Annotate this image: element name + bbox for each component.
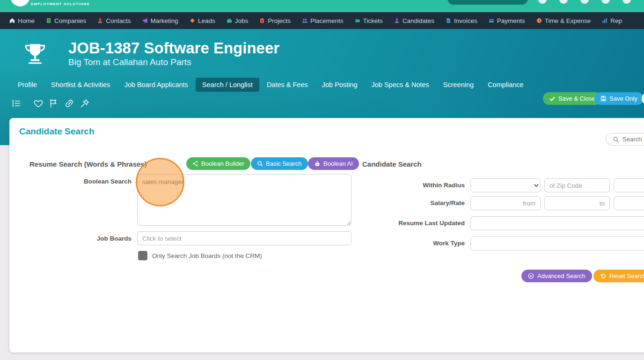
job-tabs: Profile Shortlist & Activities Job Board… [11,78,530,92]
search-person-icon [613,136,619,143]
nav-reports[interactable]: Rep [596,12,628,29]
panel-title: Candidate Search [19,126,95,137]
advanced-search-button[interactable]: Advanced Search [521,270,592,282]
chart-icon [602,18,607,23]
people-icon [302,18,307,23]
global-search-input[interactable] [447,0,528,5]
nav-candidates[interactable]: Candidates [388,12,440,29]
document-icon [446,18,451,23]
tab-job-board-applicants[interactable]: Job Board Applicants [118,78,195,92]
nav-payments[interactable]: Payments [483,12,531,29]
topbar-icons [538,0,631,4]
basic-search-button[interactable]: Basic Search [251,157,308,170]
ticket-icon [355,18,360,23]
nav-invoices[interactable]: Invoices [440,12,483,29]
brand-logo[interactable] [10,0,30,7]
nav-marketing[interactable]: Marketing [137,12,184,29]
salary-extra-input[interactable] [614,196,644,210]
resume-last-updated-input[interactable] [470,216,644,230]
resume-last-updated-label: Resume Last Updated [385,220,465,227]
nav-leads[interactable]: Leads [184,12,221,29]
longlist-icon[interactable] [11,98,22,109]
building-icon [46,18,51,23]
job-boards-label: Job Boards [57,235,132,242]
link-icon[interactable] [64,98,74,109]
credit-card-icon [489,18,494,23]
topbar-icon-5[interactable] [622,0,631,4]
trophy-icon [22,41,48,66]
work-type-label: Work Type [385,240,465,247]
topbar-icon-3[interactable] [580,0,589,4]
only-job-boards-label: Only Search Job Boards (not the CRM) [152,252,262,259]
reset-search-button[interactable]: Reset Search [593,270,644,282]
boolean-search-textarea[interactable]: sales manager [137,174,351,226]
clock-icon [536,18,542,23]
save-disk-icon [600,96,607,102]
search-results-button[interactable]: Search Re [606,133,644,146]
flag-icon[interactable] [49,98,59,109]
nav-companies[interactable]: Companies [40,12,92,29]
boolean-search-label: Boolean Search [57,178,132,185]
topbar: EMPLOYMENT SOLUTIONS [0,0,644,12]
home-icon [9,18,15,23]
tab-job-posting[interactable]: Job Posting [315,78,364,92]
save-only-button[interactable]: Save Only [594,92,644,105]
salary-from-input[interactable] [470,196,541,210]
tab-screening[interactable]: Screening [437,78,480,92]
tab-dates-fees[interactable]: Dates & Fees [260,78,315,92]
job-boards-input[interactable] [137,231,351,245]
page-subtitle: Big Tom at Callahan Auto Parts [68,57,191,67]
candidate-search-section-label: Candidate Search [362,160,422,168]
briefcase-icon [227,18,232,23]
work-type-input[interactable] [470,236,644,250]
topbar-icon-4[interactable] [601,0,610,4]
person-icon [97,18,103,23]
pin-icon[interactable] [80,98,90,109]
radius-select[interactable] [470,178,541,192]
app-window: EMPLOYMENT SOLUTIONS Home Companies Cont… [0,0,644,360]
check-icon [549,96,556,102]
search-icon [257,161,263,167]
radius-extra-input[interactable] [614,178,644,192]
job-action-icons [11,98,90,109]
candidate-search-panel: Candidate Search Search Re Resume Search… [9,118,644,353]
tab-job-specs-notes[interactable]: Job Specs & Notes [365,78,436,92]
tab-profile[interactable]: Profile [11,78,44,92]
page-title: JOB-1387 Software Engineer [68,39,279,57]
nav-tickets[interactable]: Tickets [349,12,388,29]
nav-projects[interactable]: Projects [254,12,296,29]
nav-home[interactable]: Home [4,12,40,29]
within-radius-label: Within Radius [385,182,465,189]
tab-shortlist-activities[interactable]: Shortlist & Activities [44,78,117,92]
zip-code-input[interactable] [544,178,610,192]
diamond-icon [190,18,195,23]
resume-search-section-label: Resume Search (Words & Phrases) [29,160,147,168]
chevron-down-icon [528,273,534,279]
salary-rate-label: Salary/Rate [385,199,465,206]
share-icon [192,161,198,167]
nav-jobs[interactable]: Jobs [221,12,254,29]
boolean-ai-button[interactable]: Boolean AI [308,157,359,170]
brand-name: EMPLOYMENT SOLUTIONS [31,2,89,6]
favorite-heart-icon[interactable] [33,98,44,109]
topbar-icon-2[interactable] [559,0,568,4]
nav-time-expense[interactable]: Time & Expense [531,12,597,29]
tab-compliance[interactable]: Compliance [481,78,530,92]
boolean-builder-button[interactable]: Boolean Builder [186,157,250,170]
topbar-icon-1[interactable] [538,0,547,4]
main-nav: Home Companies Contacts Marketing Leads … [0,12,644,29]
candidate-icon [394,18,400,23]
nav-contacts[interactable]: Contacts [92,12,136,29]
only-job-boards-checkbox[interactable] [138,251,147,260]
tab-search-longlist[interactable]: Search / Longlist [196,78,259,92]
clipboard-icon [259,18,265,23]
nav-placements[interactable]: Placements [296,12,349,29]
save-and-close-button[interactable]: Save & Close [543,92,601,105]
salary-to-input[interactable] [544,196,610,210]
megaphone-icon [142,18,148,23]
undo-icon [600,273,606,279]
robot-icon [314,161,321,167]
